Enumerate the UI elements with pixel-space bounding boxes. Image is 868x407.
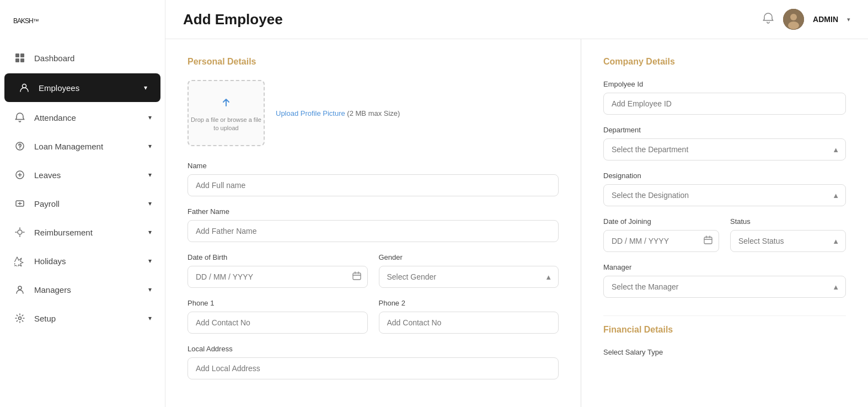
page-title: Add Employee [183,11,283,28]
sidebar-nav: Dashboard Employees ▾ Attendance ▾ [0,44,165,407]
name-input[interactable] [187,174,559,196]
manager-select[interactable] [603,276,846,298]
phone2-input[interactable] [379,312,559,334]
employee-id-field-group: Empolyee Id [603,80,846,115]
dob-input[interactable] [187,266,368,288]
svg-rect-14 [353,273,361,280]
joining-date-input[interactable] [603,230,719,252]
svg-point-12 [790,14,797,20]
designation-select-wrap: ▲ [603,184,846,206]
employee-id-label: Empolyee Id [603,80,846,88]
dob-input-wrap [187,266,368,288]
admin-label: ADMIN [813,15,838,24]
chevron-down-icon: ▾ [148,228,152,236]
sidebar-item-setup[interactable]: Setup ▾ [0,304,165,333]
chevron-down-icon: ▾ [148,257,152,265]
father-name-field-group: Father Name [187,207,559,242]
employee-id-input[interactable] [603,93,846,115]
sidebar-label-reimbursement: Reimbursement [34,228,148,237]
svg-point-13 [788,22,799,29]
sidebar-item-holidays[interactable]: Holidays ▾ [0,247,165,275]
sidebar-label-leaves: Leaves [34,170,148,180]
local-address-label: Local Address [187,345,559,353]
calendar-icon [704,235,712,247]
holidays-icon [13,254,26,267]
phone-row: Phone 1 Phone 2 [187,299,559,345]
upload-drop-text: Drop a file or browse a file to upload [189,116,264,133]
phone1-input[interactable] [187,312,368,334]
svg-rect-0 [15,53,19,57]
financial-details-title: Financial Details [603,325,846,335]
name-label: Name [187,162,559,170]
financial-details-section: Financial Details Select Salary Type [603,315,846,356]
sidebar-item-dashboard[interactable]: Dashboard [0,44,165,72]
designation-field-group: Designation ▲ [603,172,846,206]
joining-status-row: Date of Joining Status [603,217,846,263]
notification-bell-icon[interactable] [762,12,774,27]
designation-select[interactable] [603,184,846,206]
gender-select[interactable] [379,266,559,288]
header-right: ADMIN ▾ [762,9,850,30]
status-field-group: Status ▲ [730,217,846,252]
svg-point-8 [18,230,22,234]
manager-select-wrap: ▲ [603,276,846,298]
upload-area: Drop a file or browse a file to upload U… [187,80,559,146]
person-icon [18,81,31,94]
chevron-down-icon: ▾ [148,314,152,322]
sidebar-label-holidays: Holidays [34,256,148,266]
department-label: Department [603,126,846,134]
sidebar-label-payroll: Payroll [34,199,148,208]
manager-field-group: Manager ▲ [603,263,846,298]
local-address-input[interactable] [187,357,559,379]
calendar-icon [352,271,361,282]
chevron-down-icon: ▾ [148,200,152,207]
gender-label: Gender [379,253,559,261]
sidebar-item-loan[interactable]: Loan Management ▾ [0,132,165,160]
upload-dropzone[interactable]: Drop a file or browse a file to upload [187,80,265,146]
local-address-field-group: Local Address [187,345,559,379]
upload-label: Upload Profile Picture (2 MB max Size) [276,109,400,117]
sidebar-item-leaves[interactable]: Leaves ▾ [0,160,165,189]
chevron-down-icon: ▾ [148,142,152,150]
gender-select-wrap: ▲ [379,266,559,288]
loan-icon [13,140,26,153]
avatar [783,9,804,30]
logo-tm: ™ [33,18,39,24]
salary-type-field-group: Select Salary Type [603,348,846,356]
chevron-down-icon: ▾ [148,171,152,179]
sidebar-item-employees[interactable]: Employees ▾ [4,73,160,102]
sidebar-item-attendance[interactable]: Attendance ▾ [0,103,165,132]
chevron-down-icon: ▾ [148,286,152,293]
leaves-icon [13,168,26,181]
svg-rect-1 [20,53,24,57]
salary-type-label: Select Salary Type [603,348,846,356]
setup-icon [13,312,26,325]
sidebar-label-setup: Setup [34,314,148,323]
company-details-panel: Company Details Empolyee Id Department ▲… [581,39,868,407]
father-name-label: Father Name [187,207,559,216]
svg-point-9 [18,286,22,290]
main-area: Add Employee ADMIN ▾ Personal De [165,0,868,407]
dob-field-group: Date of Birth [187,253,368,288]
department-select-wrap: ▲ [603,138,846,160]
sidebar-item-reimbursement[interactable]: Reimbursement ▾ [0,218,165,247]
sidebar: BAKSH™ Dashboard Employee [0,0,165,407]
department-select[interactable] [603,138,846,160]
gender-field-group: Gender ▲ [379,253,559,288]
logo-text: BAKSH [13,17,33,25]
personal-details-title: Personal Details [187,57,559,67]
reimburse-icon [13,226,26,239]
sidebar-item-payroll[interactable]: Payroll ▾ [0,189,165,218]
manager-label: Manager [603,263,846,271]
name-field-group: Name [187,162,559,196]
sidebar-label-dashboard: Dashboard [34,53,152,63]
sidebar-label-loan: Loan Management [34,142,148,151]
father-name-input[interactable] [187,220,559,242]
bell-icon [13,111,26,124]
status-select[interactable] [730,230,846,252]
admin-chevron-icon[interactable]: ▾ [847,16,850,23]
chevron-down-icon: ▾ [144,84,147,92]
sidebar-item-managers[interactable]: Managers ▾ [0,275,165,304]
department-field-group: Department ▲ [603,126,846,160]
svg-rect-3 [20,58,24,62]
